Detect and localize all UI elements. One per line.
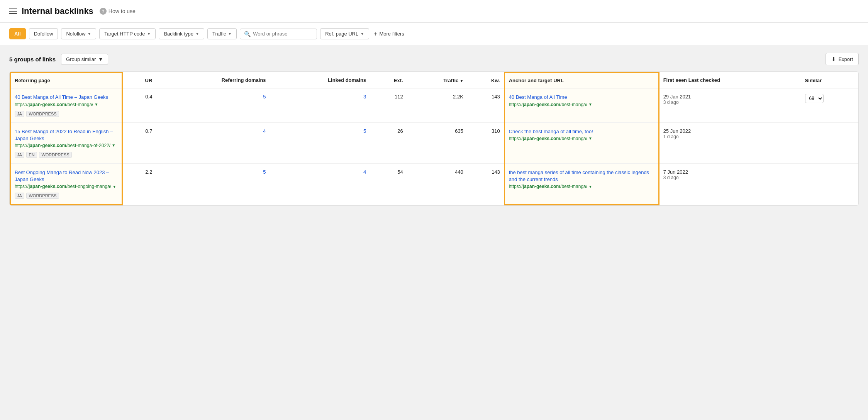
first-seen-date: 7 Jun 2022 [663,169,797,175]
anchor-url[interactable]: https://japan-geeks.com/best-manga/ [509,136,587,141]
col-header-similar: Similar [801,73,858,88]
referring-page-url[interactable]: https://japan-geeks.com/best-manga-of-20… [15,143,110,148]
col-header-ext: Ext. [370,73,407,88]
hamburger-icon[interactable] [9,8,17,14]
anchor-url[interactable]: https://japan-geeks.com/best-manga/ [509,184,587,189]
col-header-referring-domains: Referring domains [156,73,270,88]
tags-row: JA WORDPRESS [15,109,118,117]
referring-page-url-row: https://japan-geeks.com/best-manga/ ▼ [15,102,118,107]
similar-cell: 69 [801,88,858,122]
col-header-referring-page: Referring page [10,73,122,88]
backlink-type-chevron: ▼ [195,32,199,36]
referring-page-url[interactable]: https://japan-geeks.com/best-manga/ [15,102,93,107]
plus-icon: + [374,30,377,37]
linked-domains-cell: 5 [270,122,370,163]
tag-wordpress: WORDPRESS [39,152,71,158]
kw-cell: 143 [467,88,504,122]
referring-domains-cell: 4 [156,122,270,163]
header: Internal backlinks ? How to use [0,0,868,23]
ext-cell: 26 [370,122,407,163]
similar-select[interactable]: 69 [805,94,824,103]
url-dropdown-arrow[interactable]: ▼ [112,185,116,189]
referring-page-cell: 15 Best Manga of 2022 to Read in English… [10,122,122,163]
referring-domains-cell: 5 [156,88,270,122]
col-header-linked-domains: Linked domains [270,73,370,88]
referring-page-url[interactable]: https://japan-geeks.com/best-ongoing-man… [15,184,111,189]
search-input[interactable] [253,31,307,37]
ur-cell: 0.4 [122,88,156,122]
first-seen-date: 29 Jan 2021 [663,94,797,100]
col-header-traffic[interactable]: Traffic ▼ [407,73,467,88]
traffic-cell: 2.2K [407,88,467,122]
anchor-cell: Check the best manga of all time, too! h… [504,122,659,163]
group-similar-button[interactable]: Group similar ▼ [61,54,108,65]
anchor-link[interactable]: 40 Best Manga of All Time [509,94,567,100]
page-wrapper: Internal backlinks ? How to use All Dofo… [0,0,868,420]
referring-page-link[interactable]: Best Ongoing Manga to Read Now 2023 – Ja… [15,169,109,182]
traffic-cell: 440 [407,163,467,205]
filter-backlink-type-button[interactable]: Backlink type ▼ [159,28,204,39]
last-checked-date: 3 d ago [663,100,797,105]
filter-nofollow-button[interactable]: Nofollow ▼ [61,28,96,39]
filter-target-http-button[interactable]: Target HTTP code ▼ [99,28,156,39]
traffic-sort-icon: ▼ [460,79,463,83]
first-seen-cell: 25 Jun 2022 1 d ago [659,122,801,163]
table-row: Best Ongoing Manga to Read Now 2023 – Ja… [10,163,859,205]
tag-ja: JA [15,193,24,199]
linked-domains-cell: 4 [270,163,370,205]
tag-en: EN [26,152,37,158]
toolbar-left: 5 groups of links Group similar ▼ [9,54,108,65]
filter-ref-page-url-button[interactable]: Ref. page URL ▼ [320,28,369,39]
filter-dofollow-button[interactable]: Dofollow [29,28,58,39]
filter-traffic-button[interactable]: Traffic ▼ [207,28,237,39]
similar-cell [801,122,858,163]
export-button[interactable]: ⬇ Export [826,53,859,65]
traffic-cell: 635 [407,122,467,163]
kw-cell: 310 [467,122,504,163]
table-wrapper: Referring page UR Referring domains Link… [9,71,859,206]
export-icon: ⬇ [831,56,836,62]
tag-wordpress: WORDPRESS [26,111,59,117]
url-dropdown-arrow[interactable]: ▼ [94,102,98,107]
how-to-use-link[interactable]: ? How to use [100,8,136,15]
tag-ja: JA [15,152,24,158]
how-to-use-label: How to use [108,8,136,14]
anchor-url[interactable]: https://japan-geeks.com/best-manga/ [509,102,587,107]
more-filters-button[interactable]: + More filters [374,30,404,37]
col-header-kw: Kw. [467,73,504,88]
url-dropdown-arrow[interactable]: ▼ [112,143,115,147]
col-header-anchor: Anchor and target URL [504,73,659,88]
toolbar: 5 groups of links Group similar ▼ ⬇ Expo… [9,53,859,65]
traffic-chevron: ▼ [228,32,232,36]
linked-domains-cell: 3 [270,88,370,122]
col-header-first-seen: First seen Last checked [659,73,801,88]
last-checked-date: 3 d ago [663,175,797,180]
anchor-url-dropdown[interactable]: ▼ [588,102,592,107]
filter-all-button[interactable]: All [9,28,26,39]
anchor-url-row: https://japan-geeks.com/best-manga/ ▼ [509,184,654,189]
anchor-link[interactable]: the best manga series of all time contai… [509,169,649,182]
referring-page-link[interactable]: 40 Best Manga of All Time – Japan Geeks [15,94,108,100]
referring-page-url-row: https://japan-geeks.com/best-manga-of-20… [15,143,118,148]
anchor-cell: the best manga series of all time contai… [504,163,659,205]
first-seen-cell: 7 Jun 2022 3 d ago [659,163,801,205]
tag-ja: JA [15,111,24,117]
anchor-url-row: https://japan-geeks.com/best-manga/ ▼ [509,102,654,107]
table-row: 40 Best Manga of All Time – Japan Geeks … [10,88,859,122]
anchor-cell: 40 Best Manga of All Time https://japan-… [504,88,659,122]
referring-page-cell: Best Ongoing Manga to Read Now 2023 – Ja… [10,163,122,205]
kw-cell: 143 [467,163,504,205]
ref-page-url-chevron: ▼ [360,32,364,36]
anchor-link[interactable]: Check the best manga of all time, too! [509,129,593,134]
anchor-url-dropdown[interactable]: ▼ [588,136,592,141]
similar-cell [801,163,858,205]
search-container: 🔍 [240,29,317,39]
referring-page-link[interactable]: 15 Best Manga of 2022 to Read in English… [15,129,113,141]
search-icon: 🔍 [244,31,251,37]
target-http-chevron: ▼ [147,32,151,36]
first-seen-date: 25 Jun 2022 [663,128,797,134]
page-title: Internal backlinks [22,6,93,16]
anchor-url-dropdown[interactable]: ▼ [588,185,592,189]
groups-count: 5 groups of links [9,56,56,63]
tags-row: JA WORDPRESS [15,191,118,199]
